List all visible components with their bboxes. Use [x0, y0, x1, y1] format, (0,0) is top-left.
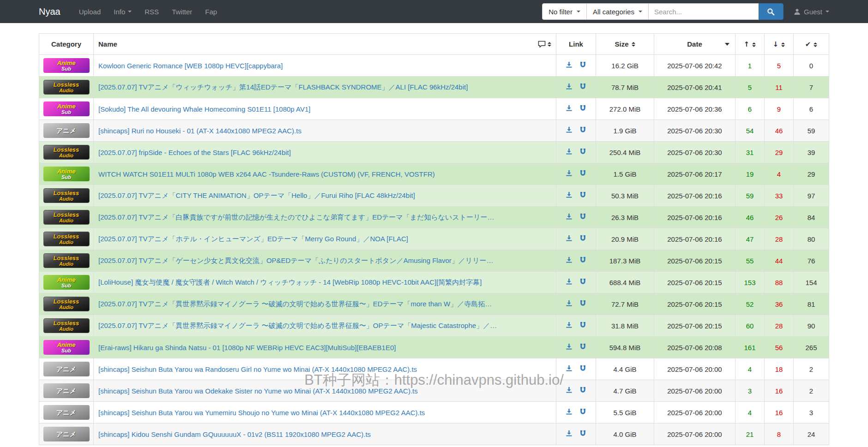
- category-badge[interactable]: Anime Sub: [43, 101, 90, 116]
- category-badge[interactable]: Lossless Audio: [43, 318, 90, 333]
- category-badge[interactable]: Lossless Audio: [43, 188, 90, 203]
- torrent-download-link[interactable]: [566, 365, 573, 372]
- torrent-name-link[interactable]: [Sokudo] The All devouring Whale Homecom…: [98, 105, 310, 113]
- torrent-download-link[interactable]: [566, 170, 573, 177]
- category-select[interactable]: All categories: [586, 3, 649, 20]
- category-badge[interactable]: Anime Sub: [43, 340, 90, 355]
- torrent-magnet-link[interactable]: [579, 256, 586, 263]
- category-badge[interactable]: Anime Sub: [43, 275, 90, 290]
- torrent-magnet-link[interactable]: [579, 170, 586, 177]
- date-cell: 2025-07-06 20:00: [654, 402, 735, 423]
- torrent-name-link[interactable]: [2025.07.07] TVアニメ「CITY THE ANIMATION」OP…: [98, 191, 415, 199]
- seeders-sort-button[interactable]: ↑: [735, 34, 765, 55]
- search-button[interactable]: [759, 3, 784, 20]
- torrent-name-link[interactable]: [2025.07.07] TVアニメ「異世界黙示録マイノグーラ 〜破滅の文明で始…: [98, 300, 492, 308]
- search-input[interactable]: [648, 3, 759, 20]
- torrent-download-link[interactable]: [566, 213, 573, 220]
- category-badge[interactable]: Lossless Audio: [43, 145, 90, 160]
- torrent-download-link[interactable]: [566, 61, 573, 68]
- completed-sort-button[interactable]: ✔: [794, 34, 829, 55]
- torrent-name-link[interactable]: [shincaps] Seishun Buta Yarou wa Odekake…: [98, 387, 418, 395]
- size-sort-button[interactable]: Size: [596, 34, 654, 55]
- torrent-name-link[interactable]: [shincaps] Kidou Senshi Gundam GQuuuuuuX…: [98, 430, 371, 438]
- leechers-sort-button[interactable]: ↓: [765, 34, 794, 55]
- torrent-download-link[interactable]: [566, 83, 573, 90]
- category-badge[interactable]: アニメ: [43, 362, 90, 376]
- nav-link-upload[interactable]: Upload: [72, 8, 108, 16]
- torrent-magnet-link[interactable]: [579, 235, 586, 242]
- sort-desc-icon: [725, 43, 729, 46]
- torrent-download-link[interactable]: [566, 256, 573, 263]
- size-cell: 4.4 GiB: [596, 358, 654, 380]
- nav-link-info[interactable]: Info: [107, 8, 138, 16]
- date-cell: 2025-07-06 20:15: [654, 293, 735, 315]
- torrent-name-link[interactable]: WITCH WATCH S01E11 MULTi 1080p WEB x264 …: [98, 170, 435, 178]
- nav-link-fap[interactable]: Fap: [199, 8, 223, 16]
- torrent-name-link[interactable]: [shincaps] Seishun Buta Yarou wa Randose…: [98, 365, 417, 373]
- torrent-magnet-link[interactable]: [579, 343, 586, 350]
- category-badge[interactable]: アニメ: [43, 383, 90, 398]
- comments-sort-button[interactable]: [538, 41, 551, 48]
- torrent-name-link[interactable]: [2025.07.07] TVアニメ「異世界黙示録マイノグーラ 〜破滅の文明で始…: [98, 322, 497, 329]
- nav-link-rss[interactable]: RSS: [138, 8, 165, 16]
- torrent-magnet-link[interactable]: [579, 213, 586, 220]
- torrent-download-link[interactable]: [566, 322, 573, 328]
- category-badge[interactable]: アニメ: [43, 405, 90, 420]
- torrent-magnet-link[interactable]: [579, 365, 586, 372]
- torrent-name-link[interactable]: [shincaps] Ruri no Houseki - 01 (AT-X 14…: [98, 127, 301, 135]
- up-arrow-icon: ↑: [744, 41, 750, 48]
- category-badge[interactable]: アニメ: [43, 427, 90, 441]
- category-select-value: All categories: [593, 8, 634, 16]
- torrent-magnet-link[interactable]: [579, 105, 586, 112]
- category-badge[interactable]: Anime Sub: [43, 58, 90, 73]
- torrent-download-link[interactable]: [566, 343, 573, 350]
- torrent-download-link[interactable]: [566, 148, 573, 155]
- filter-select[interactable]: No filter: [542, 3, 587, 20]
- torrent-magnet-link[interactable]: [579, 83, 586, 90]
- category-badge[interactable]: Anime Sub: [43, 167, 90, 181]
- category-badge[interactable]: Lossless Audio: [43, 297, 90, 311]
- torrent-magnet-link[interactable]: [579, 322, 586, 328]
- torrent-list: Anime Sub Kowloon Generic Romance [WEB 1…: [39, 55, 829, 445]
- torrent-name-link[interactable]: [LoliHouse] 魔女与使魔 / 魔女守護者 / Witch Watch …: [98, 278, 482, 286]
- category-badge[interactable]: アニメ: [43, 123, 90, 138]
- torrent-download-link[interactable]: [566, 191, 573, 198]
- torrent-download-link[interactable]: [566, 105, 573, 112]
- torrent-magnet-link[interactable]: [579, 191, 586, 198]
- torrent-name-link[interactable]: [2025.07.07] TVアニメ「白豚貴族ですが前世の記憶が生えたのでひよこ…: [98, 213, 494, 221]
- torrent-magnet-link[interactable]: [579, 387, 586, 393]
- torrent-magnet-link[interactable]: [579, 126, 586, 133]
- torrent-download-link[interactable]: [566, 387, 573, 393]
- brand-link[interactable]: Nyaa: [39, 6, 60, 17]
- torrent-magnet-link[interactable]: [579, 148, 586, 155]
- category-badge[interactable]: Lossless Audio: [43, 253, 90, 268]
- nav-link-twitter[interactable]: Twitter: [165, 8, 199, 16]
- torrent-name-link[interactable]: [2025.07.07] TVアニメ「ウィッチウォッチ」第14話EDテーマ「FL…: [98, 83, 468, 91]
- category-badge[interactable]: Lossless Audio: [43, 210, 90, 225]
- category-badge[interactable]: Lossless Audio: [43, 80, 90, 95]
- torrent-name-link[interactable]: [Erai-raws] Hikaru ga Shinda Natsu - 01 …: [98, 344, 396, 352]
- torrent-download-link[interactable]: [566, 300, 573, 307]
- chevron-down-icon: [128, 11, 132, 12]
- torrent-name-link[interactable]: [2025.07.07] TVアニメ「ホテル・インヒューマンズ」EDテーマ「Me…: [98, 235, 408, 243]
- user-menu[interactable]: Guest: [794, 8, 829, 16]
- torrent-name-link[interactable]: [shincaps] Seishun Buta Yarou wa Yumemir…: [98, 409, 425, 417]
- torrent-magnet-link[interactable]: [579, 408, 586, 415]
- torrent-name-link[interactable]: [2025.07.07] TVアニメ「ゲーセン少女と異文化交流」OP&EDテーマ…: [98, 256, 494, 264]
- torrent-magnet-link[interactable]: [579, 300, 586, 307]
- torrent-name-link[interactable]: Kowloon Generic Romance [WEB 1080p HEVC]…: [98, 62, 283, 70]
- leechers-cell: 36: [765, 293, 794, 315]
- torrent-magnet-link[interactable]: [579, 61, 586, 68]
- category-badge[interactable]: Lossless Audio: [43, 232, 90, 246]
- torrent-magnet-link[interactable]: [579, 278, 586, 285]
- torrent-magnet-link[interactable]: [579, 430, 586, 437]
- torrent-download-link[interactable]: [566, 408, 573, 415]
- user-label: Guest: [804, 8, 822, 16]
- torrent-download-link[interactable]: [566, 126, 573, 133]
- date-sort-button[interactable]: Date: [654, 34, 735, 55]
- torrent-name-link[interactable]: [2025.07.07] fripSide - Echoes of the St…: [98, 149, 291, 156]
- torrent-download-link[interactable]: [566, 235, 573, 242]
- torrent-download-link[interactable]: [566, 430, 573, 437]
- leechers-cell: 56: [765, 337, 794, 358]
- torrent-download-link[interactable]: [566, 278, 573, 285]
